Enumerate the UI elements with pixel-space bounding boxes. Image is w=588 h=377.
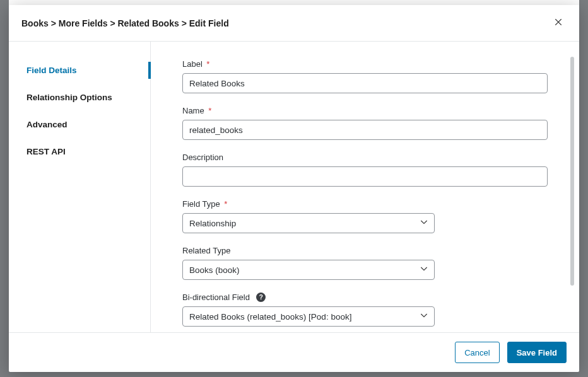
sidebar-item-label: REST API bbox=[26, 147, 66, 156]
cancel-button[interactable]: Cancel bbox=[455, 342, 499, 363]
label-label: Label bbox=[182, 59, 203, 69]
required-marker: * bbox=[208, 106, 211, 115]
help-icon[interactable]: ? bbox=[256, 293, 266, 302]
close-icon bbox=[554, 16, 563, 29]
sidebar-item-label: Advanced bbox=[26, 120, 68, 129]
name-input[interactable] bbox=[182, 120, 548, 140]
save-field-button[interactable]: Save Field bbox=[507, 342, 567, 363]
scrollbar-thumb[interactable] bbox=[570, 57, 574, 286]
scrollbar[interactable] bbox=[570, 57, 574, 317]
related-type-select[interactable]: Books (book) bbox=[182, 260, 435, 280]
modal-footer: Cancel Save Field bbox=[9, 332, 579, 372]
label-related-type: Related Type bbox=[182, 246, 230, 255]
label-field-type: Field Type bbox=[182, 199, 220, 209]
modal-header: Books > More Fields > Related Books > Ed… bbox=[9, 5, 579, 42]
description-input[interactable] bbox=[182, 166, 548, 187]
label-description: Description bbox=[182, 153, 223, 162]
related-type-value: Books (book) bbox=[189, 265, 240, 275]
field-type-select[interactable]: Relationship bbox=[182, 213, 435, 233]
sidebar-item-field-details[interactable]: Field Details bbox=[9, 57, 150, 84]
modal-body: Field Details Relationship Options Advan… bbox=[9, 42, 579, 332]
required-marker: * bbox=[206, 59, 209, 69]
form-content: Label * Name * Descr bbox=[151, 42, 579, 332]
edit-field-modal: Books > More Fields > Related Books > Ed… bbox=[9, 5, 579, 372]
sidebar-item-label: Field Details bbox=[26, 66, 77, 75]
bidirectional-value: Related Books (related_books) [Pod: book… bbox=[189, 312, 351, 322]
bidirectional-select[interactable]: Related Books (related_books) [Pod: book… bbox=[182, 306, 435, 327]
required-marker: * bbox=[224, 199, 227, 209]
label-name: Name bbox=[182, 106, 204, 115]
close-button[interactable] bbox=[550, 14, 567, 32]
sidebar-item-relationship-options[interactable]: Relationship Options bbox=[9, 84, 150, 111]
sidebar-item-label: Relationship Options bbox=[26, 93, 112, 102]
label-bidirectional: Bi-directional Field bbox=[182, 293, 250, 302]
label-input[interactable] bbox=[182, 73, 548, 93]
sidebar-item-rest-api[interactable]: REST API bbox=[9, 138, 150, 165]
sidebar: Field Details Relationship Options Advan… bbox=[9, 42, 151, 332]
breadcrumb: Books > More Fields > Related Books > Ed… bbox=[21, 18, 229, 28]
sidebar-item-advanced[interactable]: Advanced bbox=[9, 111, 150, 138]
field-type-value: Relationship bbox=[189, 219, 236, 228]
